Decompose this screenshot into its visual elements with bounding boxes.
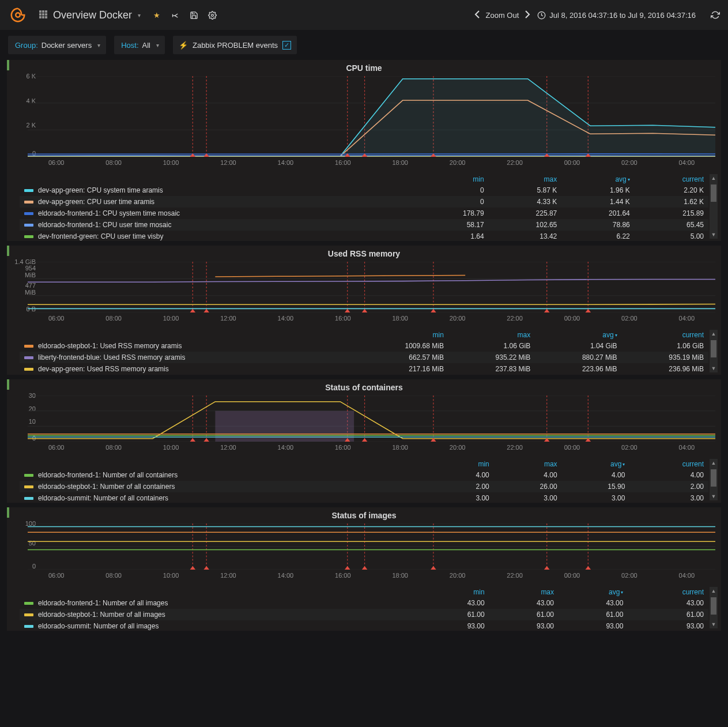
star-icon[interactable]: ★ — [149, 7, 165, 23]
legend-col-current[interactable]: current — [622, 330, 708, 340]
legend-avg: 15.90 — [562, 481, 630, 492]
clock-icon — [537, 11, 546, 20]
legend-series-name: eldorado-frontend-1: Number of all image… — [38, 599, 168, 607]
legend-row[interactable]: dev-frontend-green: CPU user time visby1… — [20, 231, 708, 241]
share-icon[interactable] — [167, 7, 183, 23]
x-tick-label: 16:00 — [335, 444, 351, 451]
x-tick-label: 00:00 — [564, 315, 580, 322]
legend-series-name: dev-frontend-green: CPU user time visby — [38, 232, 163, 240]
var-group-dropdown[interactable]: Group: Docker servers ▾ — [8, 36, 106, 54]
scrollbar[interactable]: ▲▼ — [710, 459, 718, 500]
legend-col-min[interactable]: min — [354, 330, 448, 340]
var-host-dropdown[interactable]: Host: All ▾ — [114, 36, 165, 54]
legend-row[interactable]: eldorado-stepbot-1: Number of all images… — [20, 609, 708, 620]
x-tick-label: 08:00 — [105, 572, 122, 579]
legend-row[interactable]: eldorado-frontend-1: Number of all image… — [20, 597, 708, 609]
legend-avg: 3.00 — [562, 492, 630, 503]
annotation-toggle[interactable]: ⚡ Zabbix PROBLEM events ✓ — [173, 36, 297, 54]
legend-row[interactable]: eldorado-stepbot-1: Used RSS memory aram… — [20, 340, 708, 352]
legend-col-max[interactable]: max — [489, 174, 562, 184]
scrollbar[interactable]: ▲▼ — [710, 174, 718, 239]
legend-col-avg[interactable]: avg — [535, 330, 621, 340]
legend-current: 1.62 K — [635, 196, 708, 208]
x-tick-label: 08:00 — [105, 159, 122, 166]
legend-row[interactable]: eldorado-stepbot-1: Number of all contai… — [20, 481, 708, 492]
x-tick-label: 04:00 — [679, 159, 695, 166]
x-tick-label: 16:00 — [335, 315, 351, 322]
scrollbar[interactable]: ▲▼ — [710, 587, 718, 628]
time-forward-button[interactable] — [525, 10, 530, 20]
topbar: Overview Docker ▾ ★ Zoom Out Jul 8, 2016… — [0, 0, 728, 30]
dashboard-title-dropdown[interactable]: Overview Docker ▾ — [33, 0, 146, 30]
panel-title[interactable]: Used RSS memory — [7, 246, 721, 262]
legend-min: 662.57 MiB — [354, 352, 448, 363]
var-group-label: Group: — [15, 41, 38, 50]
legend-swatch — [24, 189, 33, 192]
legend-min: 0 — [416, 184, 489, 196]
legend-col-avg[interactable]: avg — [561, 174, 635, 184]
x-tick-label: 20:00 — [450, 572, 466, 579]
save-icon[interactable] — [186, 7, 202, 23]
legend-col-min[interactable]: min — [416, 174, 489, 184]
caret-down-icon: ▾ — [97, 42, 100, 48]
legend-col-max[interactable]: max — [489, 587, 559, 597]
panel-title[interactable]: Status of images — [7, 507, 721, 523]
chart-plot[interactable] — [28, 262, 715, 312]
legend-col-avg[interactable]: avg — [562, 459, 630, 469]
legend-row[interactable]: eldorado-frontend-1: CPU user time mosai… — [20, 219, 708, 231]
chart-plot[interactable] — [28, 395, 715, 442]
legend-row[interactable]: dev-app-green: Used RSS memory aramis217… — [20, 363, 708, 375]
annotation-checkbox[interactable]: ✓ — [282, 41, 291, 50]
legend-col-min[interactable]: min — [436, 459, 494, 469]
time-back-button[interactable] — [474, 10, 480, 20]
legend-current: 65.45 — [635, 219, 708, 231]
zoom-out-button[interactable]: Zoom Out — [486, 11, 519, 20]
x-tick-label: 02:00 — [621, 572, 638, 579]
settings-gear-icon[interactable] — [204, 7, 220, 23]
x-tick-label: 18:00 — [392, 315, 408, 322]
legend-row[interactable]: eldorado-summit: Number of all container… — [20, 492, 708, 503]
legend-avg: 1.04 GiB — [535, 340, 621, 352]
chart-plot[interactable] — [28, 76, 715, 157]
legend-max: 3.00 — [494, 492, 562, 503]
svg-point-10 — [211, 14, 213, 16]
scrollbar[interactable]: ▲▼ — [710, 330, 718, 372]
legend-col-max[interactable]: max — [494, 459, 562, 469]
legend-avg: 201.64 — [561, 208, 635, 219]
legend-max: 5.87 K — [489, 184, 562, 196]
svg-rect-1 — [39, 10, 42, 13]
chart-plot[interactable] — [28, 523, 715, 570]
x-tick-label: 00:00 — [564, 572, 580, 579]
x-tick-label: 16:00 — [335, 572, 351, 579]
legend-row[interactable]: eldorado-frontend-1: Number of all conta… — [20, 469, 708, 481]
legend-col-current[interactable]: current — [635, 174, 708, 184]
legend-min: 0 — [416, 196, 489, 208]
legend-avg: 1.44 K — [561, 196, 635, 208]
legend: ▲▼minmaxavgcurrenteldorado-frontend-1: N… — [7, 585, 721, 631]
x-tick-label: 14:00 — [278, 315, 294, 322]
legend-col-current[interactable]: current — [628, 587, 708, 597]
time-range-picker[interactable]: Jul 8, 2016 04:37:16 to Jul 9, 2016 04:3… — [533, 11, 700, 20]
legend-series-name: dev-app-green: Used RSS memory aramis — [38, 365, 169, 373]
panel-title[interactable]: Status of containers — [7, 379, 721, 395]
x-tick-label: 06:00 — [48, 572, 65, 579]
panel-title[interactable]: CPU time — [7, 60, 721, 76]
legend-col-min[interactable]: min — [420, 587, 489, 597]
legend-row[interactable]: liberty-frontend-blue: Used RSS memory a… — [20, 352, 708, 363]
legend-col-current[interactable]: current — [629, 459, 708, 469]
x-axis: 06:0008:0010:0012:0014:0016:0018:0020:00… — [28, 315, 715, 327]
legend-row[interactable]: eldorado-frontend-1: CPU system time mos… — [20, 208, 708, 219]
dashboard-title-label: Overview Docker — [53, 9, 132, 21]
legend-avg: 1.96 K — [561, 184, 635, 196]
legend-min: 43.00 — [420, 597, 489, 609]
legend-row[interactable]: eldorado-summit: Number of all images93.… — [20, 620, 708, 631]
x-tick-label: 18:00 — [392, 159, 408, 166]
legend-col-max[interactable]: max — [448, 330, 535, 340]
legend-row[interactable]: dev-app-green: CPU system time aramis05.… — [20, 184, 708, 196]
legend-col-avg[interactable]: avg — [559, 587, 628, 597]
x-tick-label: 00:00 — [564, 159, 580, 166]
grafana-logo-icon[interactable] — [5, 2, 31, 28]
refresh-icon[interactable] — [707, 7, 723, 23]
legend-min: 3.00 — [436, 492, 494, 503]
legend-row[interactable]: dev-app-green: CPU user time aramis04.33… — [20, 196, 708, 208]
